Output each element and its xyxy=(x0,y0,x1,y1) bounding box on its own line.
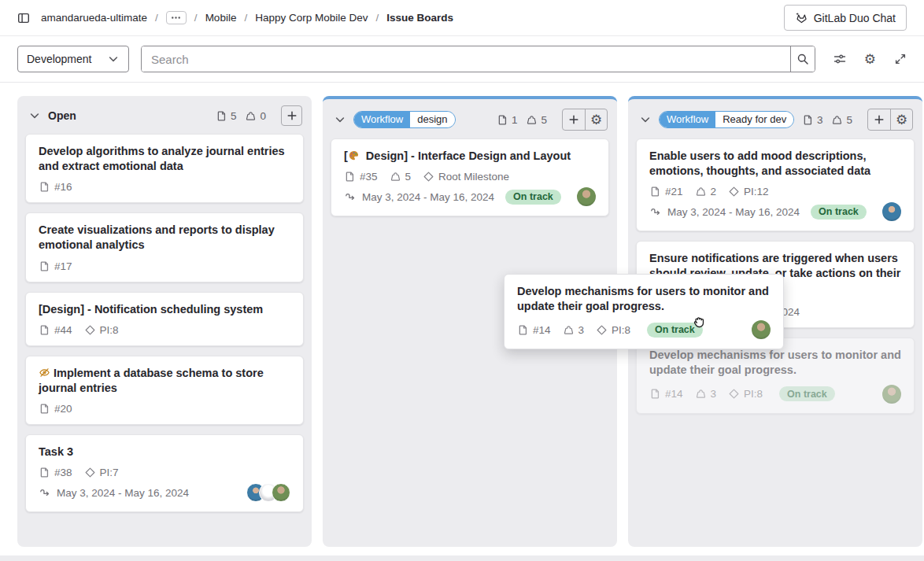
issue-card[interactable]: [ Design] - Interface Design and Layout … xyxy=(331,138,609,216)
milestone: PI:7 xyxy=(84,467,119,478)
card-meta: #20 xyxy=(39,403,290,415)
collapse-column-button[interactable] xyxy=(639,113,652,126)
chevron-down-icon xyxy=(639,113,652,126)
issue-card[interactable]: Develop algorithms to analyze journal en… xyxy=(25,134,304,203)
top-bar: amandarueda-ultimate / / Mobile / Happy … xyxy=(0,0,924,36)
issue-count: 5 xyxy=(216,110,237,122)
card-dates: May 3, 2024 - May 16, 2024 On track xyxy=(649,202,901,221)
add-issue-button[interactable] xyxy=(563,109,585,130)
issue-count: 1 xyxy=(497,114,518,126)
scoped-label[interactable]: Workflow Ready for dev xyxy=(659,111,794,128)
duo-chat-icon xyxy=(795,12,808,24)
weight-icon xyxy=(563,324,575,336)
add-issue-button[interactable] xyxy=(281,105,302,126)
collapse-column-button[interactable] xyxy=(28,109,41,122)
board-column-open: Open 5 0 Develop algorithms to analyze j… xyxy=(17,96,312,547)
fullscreen-button[interactable] xyxy=(894,53,907,65)
column-counts: 5 0 xyxy=(216,110,266,122)
breadcrumb-group[interactable]: amandarueda-ultimate xyxy=(41,12,147,24)
assignee-avatars xyxy=(577,187,596,206)
weight: 3 xyxy=(695,388,717,400)
gitlab-duo-chat-button[interactable]: GitLab Duo Chat xyxy=(784,5,907,31)
label-value: design xyxy=(410,112,454,127)
sliders-icon xyxy=(833,53,846,65)
weight-count: 5 xyxy=(526,114,547,126)
palette-icon xyxy=(348,149,360,161)
duo-chat-label: GitLab Duo Chat xyxy=(814,12,896,24)
column-actions: ⚙ xyxy=(562,109,608,131)
chevron-down-icon xyxy=(107,53,120,65)
issue-card[interactable]: Enable users to add mood descriptions, e… xyxy=(636,138,915,231)
weight-icon xyxy=(831,114,843,126)
column-title: Open xyxy=(48,109,76,122)
issue-card[interactable]: Implement a database schema to store jou… xyxy=(25,356,304,425)
breadcrumb-ellipsis-button[interactable] xyxy=(166,11,187,24)
weight: 2 xyxy=(695,186,717,197)
card-dates: May 3, 2024 - May 16, 2024 On track xyxy=(344,187,596,206)
scoped-label[interactable]: Workflow design xyxy=(353,111,456,128)
milestone-icon xyxy=(728,186,740,197)
gear-icon: ⚙ xyxy=(864,53,876,66)
breadcrumb-separator: / xyxy=(244,12,247,24)
search-button[interactable] xyxy=(790,46,815,72)
column-settings-button[interactable]: ⚙ xyxy=(890,109,912,130)
dragged-issue-card[interactable]: Develop mechanisms for users to monitor … xyxy=(504,274,784,349)
breadcrumb-subgroup[interactable]: Mobile xyxy=(205,12,237,24)
gear-icon: ⚙ xyxy=(590,113,602,127)
issue-ref: #14 xyxy=(649,388,683,400)
card-title: Enable users to add mood descriptions, e… xyxy=(649,149,901,179)
issue-icon xyxy=(649,186,661,197)
issue-ref: #21 xyxy=(649,186,683,197)
assignee-avatars xyxy=(882,385,901,404)
card-title: Develop mechanisms for users to monitor … xyxy=(517,284,771,314)
issue-card[interactable]: [Design] - Notification scheduling syste… xyxy=(25,292,304,346)
search-input[interactable] xyxy=(142,46,790,72)
grab-cursor-icon xyxy=(691,312,708,329)
issue-boards-app: amandarueda-ultimate / / Mobile / Happy … xyxy=(0,0,924,561)
collapse-column-button[interactable] xyxy=(334,113,346,126)
weight: 3 xyxy=(563,324,585,336)
board-switcher-value: Development xyxy=(27,53,92,65)
milestone: PI:8 xyxy=(728,388,763,400)
add-issue-button[interactable] xyxy=(868,109,890,130)
card-meta: #38 PI:7 xyxy=(39,467,290,478)
column-header: Workflow design 1 5 ⚙ xyxy=(323,99,617,138)
avatar[interactable] xyxy=(882,202,901,221)
issue-icon xyxy=(39,260,50,272)
sidebar-toggle-icon[interactable] xyxy=(17,12,30,24)
breadcrumb-separator: / xyxy=(194,12,198,24)
weight-count: 5 xyxy=(831,114,852,126)
column-actions: ⚙ xyxy=(867,109,913,131)
issue-card[interactable]: Create visualizations and reports to dis… xyxy=(25,212,304,282)
issue-icon xyxy=(39,403,50,415)
board-switcher-dropdown[interactable]: Development xyxy=(17,46,129,72)
issue-ref: #17 xyxy=(39,260,72,272)
card-meta: #35 5 Root Milestone xyxy=(344,171,596,183)
assignee-avatars xyxy=(246,483,290,502)
breadcrumb-separator: / xyxy=(375,12,379,24)
plus-icon xyxy=(873,113,885,126)
card-title: Task 3 xyxy=(39,445,290,460)
issue-ref: #35 xyxy=(344,171,378,183)
breadcrumb-current-page: Issue Boards xyxy=(386,12,453,24)
weight-icon xyxy=(245,110,257,122)
board-settings-button[interactable]: ⚙ xyxy=(864,53,876,66)
card-dates: May 3, 2024 - May 16, 2024 xyxy=(39,483,290,502)
issue-icon xyxy=(39,181,50,193)
avatar[interactable] xyxy=(577,187,596,206)
breadcrumb-project[interactable]: Happy Corp Mobile Dev xyxy=(255,12,368,24)
weight-icon xyxy=(390,171,401,183)
card-meta: #17 xyxy=(39,260,290,272)
avatar[interactable] xyxy=(752,320,771,339)
column-settings-button[interactable]: ⚙ xyxy=(585,109,607,130)
avatar[interactable] xyxy=(272,483,290,502)
weight-icon xyxy=(695,388,707,400)
card-meta: #14 3 PI:8 On track xyxy=(649,385,901,404)
issue-card[interactable]: Task 3 #38 PI:7 May 3, 2024 - May 16, 20… xyxy=(25,434,304,512)
milestone-icon xyxy=(596,324,608,336)
label-value: Ready for dev xyxy=(715,112,793,127)
board-config-sliders-button[interactable] xyxy=(833,53,846,65)
issue-ref: #16 xyxy=(39,181,72,193)
card-title: Create visualizations and reports to dis… xyxy=(39,223,290,253)
milestone: Root Milestone xyxy=(423,171,509,183)
